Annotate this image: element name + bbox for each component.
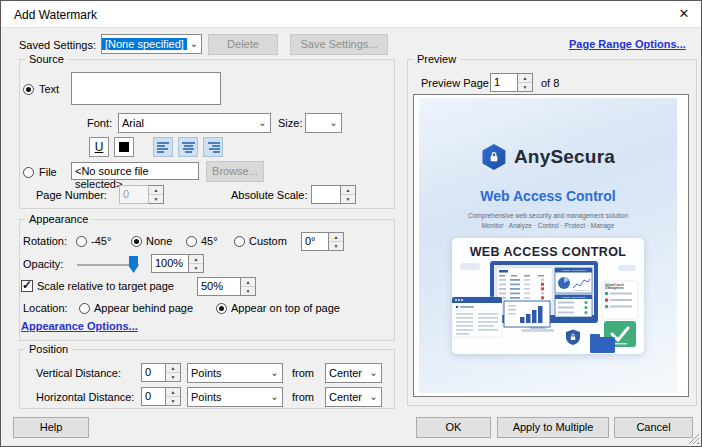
rotation-custom-spinner[interactable]: 0° ▲ ▼ (301, 232, 344, 251)
appearance-options-link[interactable]: Appearance Options... (21, 320, 138, 332)
rotation-radio-none[interactable] (131, 236, 142, 247)
spinner-arrows[interactable]: ▲ ▼ (241, 277, 256, 296)
spin-up-icon[interactable]: ▲ (518, 74, 532, 83)
font-color-button[interactable] (114, 137, 134, 157)
underline-button[interactable]: U (89, 137, 109, 157)
chevron-down-icon: ⌄ (326, 114, 341, 132)
spinner-arrows[interactable]: ▲ ▼ (329, 232, 344, 251)
saved-settings-label: Saved Settings: (19, 39, 96, 51)
rotation-custom-value[interactable]: 0° (301, 232, 329, 251)
page-number-spinner[interactable]: 0 ▲ ▼ (119, 185, 164, 204)
spin-up-icon[interactable]: ▲ (341, 186, 355, 195)
preview-poster: AnySecura Web Access Control Comprehensi… (419, 98, 677, 393)
font-label: Font: (87, 117, 112, 129)
spinner-arrows[interactable]: ▲ ▼ (341, 185, 356, 204)
scale-percent-spinner[interactable]: 50% ▲ ▼ (197, 277, 256, 296)
scale-percent-value[interactable]: 50% (197, 277, 241, 296)
spin-up-icon[interactable]: ▲ (166, 388, 180, 397)
spin-down-icon[interactable]: ▼ (341, 195, 355, 203)
watermark-text-input[interactable] (71, 72, 221, 105)
close-icon[interactable]: ✕ (676, 6, 692, 21)
rotation-radio-custom[interactable] (234, 236, 245, 247)
color-swatch-icon (119, 142, 129, 152)
spinner-arrows[interactable]: ▲ ▼ (189, 254, 204, 273)
size-combo[interactable]: ⌄ (305, 113, 342, 133)
cancel-button[interactable]: Cancel (614, 417, 693, 438)
spin-down-icon[interactable]: ▼ (149, 195, 163, 203)
saved-settings-combo[interactable]: [None specified] ⌄ (101, 34, 202, 54)
spin-down-icon[interactable]: ▼ (518, 83, 532, 91)
source-legend: Source (25, 53, 68, 65)
spin-down-icon[interactable]: ▼ (189, 264, 203, 272)
spin-up-icon[interactable]: ▲ (166, 364, 180, 373)
opacity-spinner[interactable]: 100% ▲ ▼ (151, 254, 204, 273)
location-radio-ontop[interactable] (216, 303, 227, 314)
preview-page-value[interactable]: 1 (490, 73, 518, 92)
underline-label: U (95, 140, 104, 154)
horizontal-distance-spinner[interactable]: 0 ▲ ▼ (141, 387, 181, 406)
opacity-label: Opacity: (23, 258, 63, 270)
page-number-value[interactable]: 0 (119, 185, 149, 204)
rotation-radio-45[interactable] (186, 236, 197, 247)
spinner-arrows[interactable]: ▲ ▼ (166, 387, 181, 406)
spin-up-icon[interactable]: ▲ (189, 255, 203, 264)
spinner-arrows[interactable]: ▲ ▼ (518, 73, 533, 92)
rotation-radio-neg45[interactable] (76, 236, 87, 247)
browse-button[interactable]: Browse... (206, 161, 264, 182)
scale-relative-checkbox[interactable] (21, 280, 33, 292)
spin-down-icon[interactable]: ▼ (241, 287, 255, 295)
horizontal-unit-value: Points (188, 391, 267, 403)
location-radio-behind[interactable] (79, 303, 90, 314)
spin-up-icon[interactable]: ▲ (149, 186, 163, 195)
spin-down-icon[interactable]: ▼ (166, 397, 180, 405)
absolute-scale-label: Absolute Scale: (231, 189, 307, 201)
align-right-button[interactable] (203, 137, 223, 157)
vertical-distance-value[interactable]: 0 (141, 363, 166, 382)
preview-page-spinner[interactable]: 1 ▲ ▼ (490, 73, 533, 92)
absolute-scale-value[interactable] (311, 185, 341, 204)
spin-down-icon[interactable]: ▼ (166, 373, 180, 381)
vertical-unit-combo[interactable]: Points ⌄ (187, 363, 283, 383)
absolute-scale-spinner[interactable]: ▲ ▼ (311, 185, 356, 204)
vertical-distance-label: Vertical Distance: (36, 367, 121, 379)
align-center-button[interactable] (178, 137, 198, 157)
vertical-origin-combo[interactable]: Center ⌄ (325, 363, 382, 383)
poster-card: WEB ACCESS CONTROL (452, 238, 644, 354)
chevron-down-icon: ⌄ (267, 364, 282, 382)
apply-to-multiple-button[interactable]: Apply to Multiple (497, 417, 609, 438)
spinner-arrows[interactable]: ▲ ▼ (149, 185, 164, 204)
padlock-icon (488, 151, 500, 163)
rotation-label: Rotation: (23, 235, 67, 247)
dashboard-illustration: Website Access Control Website Access Co… (452, 261, 644, 353)
opacity-value[interactable]: 100% (151, 254, 189, 273)
vertical-distance-spinner[interactable]: 0 ▲ ▼ (141, 363, 181, 382)
chevron-down-icon: ⌄ (267, 388, 282, 406)
horizontal-unit-combo[interactable]: Points ⌄ (187, 387, 283, 407)
file-source-radio[interactable] (23, 167, 34, 178)
save-settings-button[interactable]: Save Settings... (290, 34, 388, 55)
horizontal-distance-value[interactable]: 0 (141, 387, 166, 406)
page-range-options-link[interactable]: Page Range Options... (569, 38, 686, 50)
spin-down-icon[interactable]: ▼ (329, 242, 343, 250)
delete-button[interactable]: Delete (208, 34, 278, 55)
font-combo[interactable]: Arial ⌄ (118, 113, 271, 133)
bar-chart-illustration (504, 301, 550, 327)
position-legend: Position (25, 343, 72, 355)
brand-logo: AnySecura (419, 144, 677, 170)
help-button[interactable]: Help (13, 417, 89, 438)
titlebar: Add Watermark ✕ (1, 1, 701, 28)
spin-up-icon[interactable]: ▲ (241, 278, 255, 287)
ok-button[interactable]: OK (416, 417, 491, 438)
chevron-down-icon: ⌄ (366, 388, 381, 406)
horizontal-origin-combo[interactable]: Center ⌄ (325, 387, 382, 407)
preview-legend: Preview (413, 53, 460, 65)
spinner-arrows[interactable]: ▲ ▼ (166, 363, 181, 382)
horizontal-distance-label: Horizontal Distance: (36, 391, 134, 403)
location-behind-label: Appear behind page (94, 302, 193, 314)
size-label: Size: (278, 117, 302, 129)
rotation-neg45-label: -45° (91, 235, 111, 247)
page-number-label: Page Number: (36, 189, 107, 201)
text-source-radio[interactable] (23, 84, 34, 95)
spin-up-icon[interactable]: ▲ (329, 233, 343, 242)
align-left-button[interactable] (153, 137, 173, 157)
